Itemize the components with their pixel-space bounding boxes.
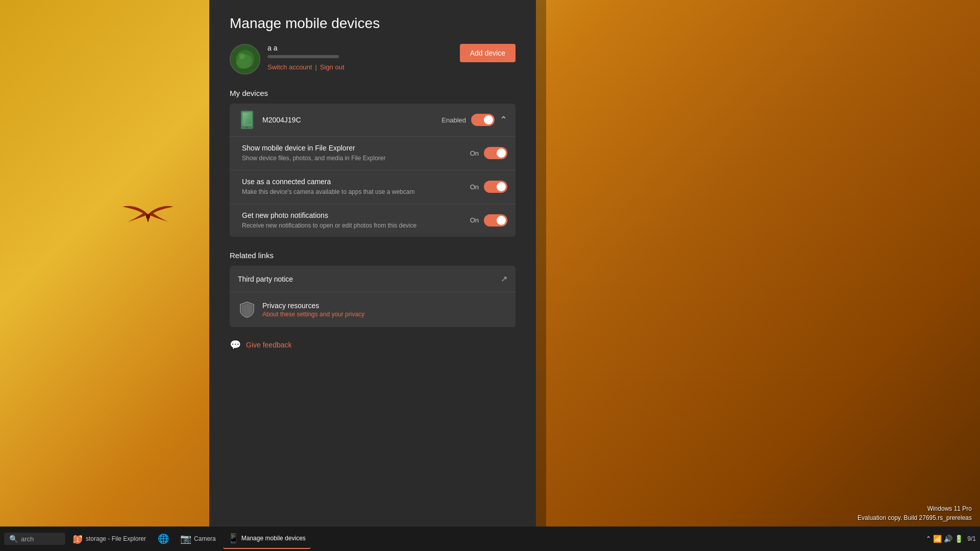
device-enabled-toggle[interactable] xyxy=(471,114,495,126)
setting-text-photo-notifications: Get new photo notifications Receive new … xyxy=(242,211,470,230)
feedback-row[interactable]: 💬 Give feedback xyxy=(230,337,516,353)
device-header: M2004J19C Enabled ⌃ xyxy=(230,104,516,137)
privacy-shield-icon xyxy=(238,300,256,319)
sign-out-link[interactable]: Sign out xyxy=(320,63,345,71)
related-links-container: Third party notice ↗︎ Privacy resources … xyxy=(230,266,516,327)
device-collapse-chevron[interactable]: ⌃ xyxy=(500,114,507,126)
privacy-resources-subtitle: About these settings and your privacy xyxy=(262,311,507,318)
taskbar-clock[interactable]: 9/1 xyxy=(967,535,976,543)
device-status-label: Enabled xyxy=(442,116,466,124)
taskbar-item-camera[interactable]: 📷 Camera xyxy=(176,529,221,549)
add-device-button[interactable]: Add device xyxy=(460,44,516,62)
toggle-camera[interactable] xyxy=(484,181,507,193)
taskbar-camera-label: Camera xyxy=(194,535,216,542)
taskbar-item-file-explorer[interactable]: 📁 1 storage - File Explorer xyxy=(67,529,151,549)
camera-icon: 📷 xyxy=(181,534,191,544)
svg-point-2 xyxy=(239,53,245,59)
taskbar-right: ⌃ 📶 🔊 🔋 9/1 xyxy=(926,535,976,543)
device-container: M2004J19C Enabled ⌃ Show mobile device i… xyxy=(230,104,516,237)
edge-icon: 🌐 xyxy=(158,534,168,544)
setting-row-camera: Use as a connected camera Make this devi… xyxy=(230,170,516,204)
device-name: M2004J19C xyxy=(262,116,442,124)
third-party-notice-text: Third party notice xyxy=(238,275,501,283)
third-party-notice-row[interactable]: Third party notice ↗︎ xyxy=(230,266,516,292)
volume-icon[interactable]: 🔊 xyxy=(944,535,952,543)
privacy-resources-title: Privacy resources xyxy=(262,302,507,310)
avatar xyxy=(230,44,260,74)
setting-state-photo-notifications: On xyxy=(470,216,479,224)
profile-left: a a Switch account | Sign out xyxy=(230,44,345,74)
profile-loading-bar xyxy=(267,55,339,58)
setting-title-file-explorer: Show mobile device in File Explorer xyxy=(242,144,470,152)
panel-shadow xyxy=(536,0,546,551)
setting-desc-photo-notifications: Receive new notifications to open or edi… xyxy=(242,221,470,230)
feedback-icon: 💬 xyxy=(230,339,241,350)
chevron-up-tray-icon[interactable]: ⌃ xyxy=(926,535,931,542)
third-party-notice-title: Third party notice xyxy=(238,275,501,283)
feedback-link[interactable]: Give feedback xyxy=(246,341,292,349)
my-devices-heading: My devices xyxy=(230,89,516,97)
notification-badge: 1 xyxy=(74,536,82,544)
bird-silhouette xyxy=(117,199,179,230)
profile-section: a a Switch account | Sign out Add device xyxy=(230,44,516,74)
eval-line2: Evaluation copy. Build 27695.rs_prerelea… xyxy=(857,513,972,522)
setting-row-photo-notifications: Get new photo notifications Receive new … xyxy=(230,204,516,237)
taskbar-item-edge[interactable]: 🌐 xyxy=(153,529,174,549)
setting-state-camera: On xyxy=(470,183,479,191)
setting-row-file-explorer: Show mobile device in File Explorer Show… xyxy=(230,137,516,170)
setting-text-camera: Use as a connected camera Make this devi… xyxy=(242,178,470,196)
taskbar-date: 9/1 xyxy=(967,535,976,543)
svg-rect-6 xyxy=(243,113,251,124)
tray-icons: ⌃ 📶 🔊 🔋 xyxy=(926,535,963,543)
privacy-resources-text: Privacy resources About these settings a… xyxy=(262,302,507,318)
setting-text-file-explorer: Show mobile device in File Explorer Show… xyxy=(242,144,470,163)
svg-point-7 xyxy=(247,127,248,129)
toggle-file-explorer[interactable] xyxy=(484,147,507,159)
profile-name: a a xyxy=(267,44,345,52)
profile-divider: | xyxy=(315,63,316,71)
profile-info: a a Switch account | Sign out xyxy=(267,44,345,71)
eval-text: Windows 11 Pro Evaluation copy. Build 27… xyxy=(857,504,972,522)
setting-desc-camera: Make this device's camera available to a… xyxy=(242,188,470,196)
setting-title-photo-notifications: Get new photo notifications xyxy=(242,211,470,219)
file-explorer-icon-wrapper: 📁 1 xyxy=(72,534,83,544)
search-text: arch xyxy=(21,535,34,543)
toggle-photo-notifications[interactable] xyxy=(484,214,507,227)
eval-line1: Windows 11 Pro xyxy=(857,504,972,513)
privacy-resources-row[interactable]: Privacy resources About these settings a… xyxy=(230,292,516,327)
battery-icon: 🔋 xyxy=(954,535,963,543)
setting-title-camera: Use as a connected camera xyxy=(242,178,470,186)
setting-desc-file-explorer: Show device files, photos, and media in … xyxy=(242,154,470,163)
page-title: Manage mobile devices xyxy=(230,15,516,32)
taskbar-manage-mobile-label: Manage mobile devices xyxy=(241,535,306,542)
mobile-devices-icon: 📱 xyxy=(228,533,238,543)
switch-account-link[interactable]: Switch account xyxy=(267,63,312,71)
network-icon[interactable]: 📶 xyxy=(933,535,942,543)
my-devices-section: My devices xyxy=(230,89,516,237)
related-links-section: Related links Third party notice ↗︎ P xyxy=(230,251,516,327)
taskbar-search[interactable]: 🔍 arch xyxy=(4,533,65,545)
profile-links: Switch account | Sign out xyxy=(267,63,345,71)
related-links-heading: Related links xyxy=(230,251,516,260)
external-link-icon: ↗︎ xyxy=(501,274,507,284)
taskbar-item-manage-mobile[interactable]: 📱 Manage mobile devices xyxy=(223,529,311,549)
device-icon xyxy=(238,111,256,129)
settings-panel: Manage mobile devices a a Switch account… xyxy=(209,0,536,551)
search-icon: 🔍 xyxy=(9,535,18,543)
setting-state-file-explorer: On xyxy=(470,149,479,157)
taskbar: 🔍 arch 📁 1 storage - File Explorer 🌐 📷 C… xyxy=(0,527,980,551)
taskbar-file-explorer-label: storage - File Explorer xyxy=(86,535,146,542)
